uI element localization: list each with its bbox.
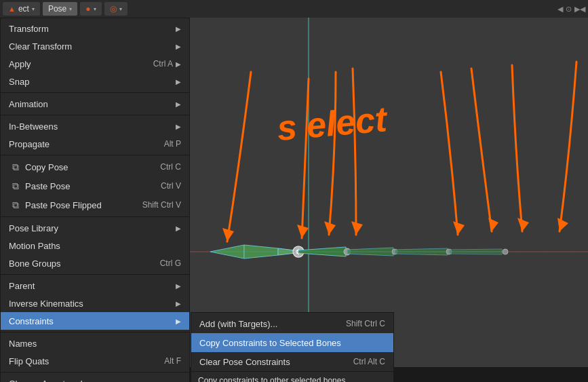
icon-btn-2[interactable]: ◎ ▾ — [104, 2, 128, 16]
pose-mode-text: Pose — [48, 4, 66, 14]
menu-item-inverse-kinematics[interactable]: Inverse Kinematics ▶ — [1, 294, 189, 312]
nav-back-icon: ◀ — [557, 5, 563, 14]
propagate-shortcut: Alt P — [164, 139, 181, 149]
object-mode-label[interactable]: ▲ ect ▾ — [3, 2, 40, 16]
submenu-add-targets[interactable]: Add (with Targets)... Shift Ctrl C — [191, 314, 393, 333]
snap-label: Snap — [9, 77, 173, 87]
in-betweens-label: In-Betweens — [9, 121, 173, 132]
menu-item-paste-pose[interactable]: ⧉ Paste Pose Ctrl V — [1, 176, 189, 195]
menu-item-snap[interactable]: Snap ▶ — [1, 73, 189, 90]
clear-transform-label: Clear Transform — [9, 41, 173, 52]
menu-item-in-betweens[interactable]: In-Betweens ▶ — [1, 117, 189, 135]
icon-chevron-2: ▾ — [119, 6, 122, 12]
add-targets-label: Add (with Targets)... — [199, 319, 346, 329]
menu-item-clear-transform[interactable]: Clear Transform ▶ — [1, 37, 189, 55]
chevron-icon: ▾ — [32, 6, 35, 12]
tooltip-description: Copy constraints to other selected bones… — [198, 376, 387, 382]
separator-7 — [1, 372, 189, 373]
pose-mode-btn[interactable]: Pose ▾ — [43, 2, 77, 16]
submenu-clear-pose-constraints[interactable]: Clear Pose Constraints Ctrl Alt C — [191, 352, 393, 371]
constraints-label: Constraints — [9, 316, 173, 326]
menu-item-names[interactable]: Names — [1, 335, 189, 352]
separator-4 — [1, 216, 189, 217]
menu-item-transform[interactable]: Transform ▶ — [1, 20, 189, 37]
submenu-copy-constraints[interactable]: Copy Constraints to Selected Bones — [191, 333, 393, 352]
menu-item-constraints[interactable]: Constraints ▶ Add (with Targets)... Shif… — [1, 312, 189, 330]
snap-arrow: ▶ — [176, 78, 181, 85]
menu-item-pose-library[interactable]: Pose Library ▶ — [1, 219, 189, 237]
object-mode-icon: ▲ — [8, 5, 16, 13]
header-bar: ▲ ect ▾ Pose ▾ ● ▾ ◎ ▾ ◀ ⊙ ▶◀ — [0, 0, 588, 18]
constraints-submenu: Add (with Targets)... Shift Ctrl C Copy … — [191, 312, 394, 382]
separator-6 — [1, 332, 189, 332]
object-mode-text: ect — [18, 4, 29, 14]
ik-arrow: ▶ — [176, 300, 181, 307]
copy-pose-shortcut: Ctrl C — [160, 162, 181, 172]
pose-chevron-icon: ▾ — [69, 6, 72, 12]
in-betweens-arrow: ▶ — [176, 123, 181, 130]
names-label: Names — [9, 339, 181, 349]
copy-pose-icon: ⧉ — [9, 160, 22, 174]
pose-library-arrow: ▶ — [176, 225, 181, 232]
paste-flipped-icon: ⧉ — [9, 198, 22, 212]
copy-pose-label: Copy Pose — [25, 162, 155, 172]
parent-label: Parent — [9, 281, 173, 291]
paste-flipped-label: Paste Pose Flipped — [25, 200, 137, 210]
bone-groups-label: Bone Groups — [9, 259, 155, 269]
separator-1 — [1, 92, 189, 93]
copy-constraints-label: Copy Constraints to Selected Bones — [199, 338, 385, 348]
select-icon: ◎ — [110, 4, 117, 14]
icon-chevron-1: ▾ — [94, 6, 96, 12]
menu-item-copy-pose[interactable]: ⧉ Copy Pose Ctrl C — [1, 157, 189, 176]
animation-label: Animation — [9, 99, 173, 109]
paste-flipped-shortcut: Shift Ctrl V — [142, 200, 181, 210]
clear-pose-constraints-shortcut: Ctrl Alt C — [353, 357, 385, 366]
flip-quats-label: Flip Quats — [9, 356, 159, 366]
paste-pose-label: Paste Pose — [25, 181, 155, 191]
bone-groups-shortcut: Ctrl G — [160, 259, 181, 268]
menu-item-motion-paths[interactable]: Motion Paths — [1, 237, 189, 254]
paste-pose-shortcut: Ctrl V — [161, 181, 181, 191]
menu-item-bone-groups[interactable]: Bone Groups Ctrl G — [1, 254, 189, 272]
nav-home-icon: ⊙ — [566, 5, 572, 14]
menu-item-change-armature-layers[interactable]: Change Armature Layers... — [1, 375, 189, 382]
clear-pose-constraints-label: Clear Pose Constraints — [199, 357, 353, 367]
nav-arrows: ◀ ⊙ ▶◀ — [557, 5, 585, 14]
motion-paths-label: Motion Paths — [9, 241, 181, 251]
menu-item-propagate[interactable]: Propagate Alt P — [1, 135, 189, 153]
icon-btn-1[interactable]: ● ▾ — [80, 2, 101, 16]
change-armature-layers-label: Change Armature Layers... — [9, 379, 181, 383]
separator-5 — [1, 274, 189, 275]
pose-library-label: Pose Library — [9, 223, 173, 233]
menu-item-paste-pose-flipped[interactable]: ⧉ Paste Pose Flipped Shift Ctrl V — [1, 195, 189, 214]
transform-arrow: ▶ — [176, 25, 181, 33]
ik-label: Inverse Kinematics — [9, 299, 173, 309]
menu-item-animation[interactable]: Animation ▶ — [1, 95, 189, 113]
propagate-label: Propagate — [9, 139, 159, 149]
menu-item-apply[interactable]: Apply Ctrl A ▶ — [1, 55, 189, 73]
clear-transform-arrow: ▶ — [176, 43, 181, 50]
apply-shortcut: Ctrl A — [153, 59, 173, 69]
menu-item-flip-quats[interactable]: Flip Quats Alt F — [1, 352, 189, 370]
separator-2 — [1, 115, 189, 115]
transform-label: Transform — [9, 24, 173, 34]
paste-pose-icon: ⧉ — [9, 179, 22, 193]
tooltip-box: Copy constraints to other selected bones… — [191, 371, 393, 382]
add-targets-shortcut: Shift Ctrl C — [346, 319, 385, 328]
mesh-icon: ● — [85, 4, 90, 14]
separator-3 — [1, 155, 189, 155]
main-menu: Transform ▶ Clear Transform ▶ Apply Ctrl… — [0, 18, 190, 382]
apply-label: Apply — [9, 59, 148, 69]
apply-arrow: ▶ — [176, 60, 181, 68]
animation-arrow: ▶ — [176, 100, 181, 108]
nav-forward-icon: ▶◀ — [574, 5, 585, 14]
flip-quats-shortcut: Alt F — [164, 356, 181, 366]
menu-item-parent[interactable]: Parent ▶ — [1, 277, 189, 294]
parent-arrow: ▶ — [176, 282, 181, 290]
constraints-arrow: ▶ — [176, 318, 181, 325]
